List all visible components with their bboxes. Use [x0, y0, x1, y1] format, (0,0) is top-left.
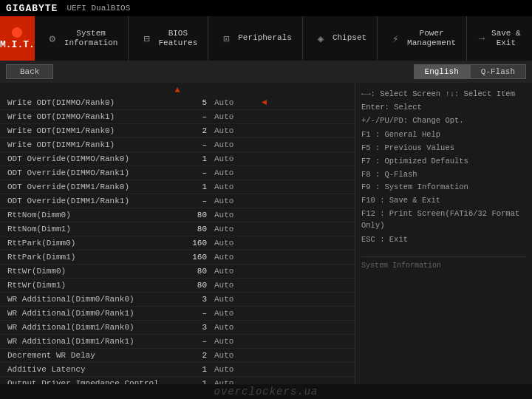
- setting-value: 1: [170, 183, 214, 191]
- main-area: ▲ Write ODT(DIMMO/Rank0)5Auto◄Write ODT(…: [0, 83, 532, 384]
- setting-name: ODT Override(DIMM1/Rank0): [7, 183, 170, 191]
- setting-value: 160: [170, 253, 214, 262]
- table-row[interactable]: RttNom(Dimm1)80Auto: [0, 222, 355, 236]
- nav-power-management-label: PowerManagement: [407, 29, 456, 48]
- help-f5-text: F5 : Previous Values: [361, 143, 454, 152]
- bios-features-icon: ⊟: [139, 31, 154, 46]
- setting-status: Auto: [214, 211, 259, 219]
- setting-name: WR Additional(Dimm0/Rank0): [7, 295, 170, 304]
- setting-value: 1: [170, 365, 214, 374]
- table-row[interactable]: WR Additional(Dimm1/Rank0)3Auto: [0, 321, 355, 335]
- system-info-icon: ⚙: [45, 31, 60, 46]
- nav-power-management[interactable]: ⚡ PowerManagement: [378, 16, 467, 61]
- setting-value: 2: [170, 351, 214, 360]
- mit-dot: [12, 27, 22, 38]
- table-row[interactable]: Write ODT(DIMMO/Rank0)5Auto◄: [0, 96, 355, 110]
- navbar: M.I.T. ⚙ SystemInformation ⊟ BIOSFeature…: [0, 16, 532, 61]
- setting-value: 80: [170, 211, 214, 219]
- overclockers-logo: overclockers.ua: [214, 386, 318, 398]
- setting-value: 80: [170, 281, 214, 290]
- nav-system-information[interactable]: ⚙ SystemInformation: [35, 16, 129, 61]
- back-button[interactable]: Back: [6, 64, 53, 79]
- setting-status: Auto: [214, 239, 259, 248]
- nav-peripherals-label: Peripherals: [238, 33, 292, 43]
- setting-name: ODT Override(DIMM1/Rank1): [7, 197, 170, 205]
- setting-name: RttNom(Dimm0): [7, 211, 170, 219]
- setting-status: Auto: [214, 183, 259, 191]
- setting-value: 3: [170, 295, 214, 304]
- settings-rows-container: Write ODT(DIMMO/Rank0)5Auto◄Write ODT(DI…: [0, 96, 355, 384]
- nav-bios-features[interactable]: ⊟ BIOSFeatures: [129, 16, 208, 61]
- table-row[interactable]: WR Additional(Dimm0/Rank0)3Auto: [0, 293, 355, 307]
- setting-status: Auto: [214, 337, 259, 346]
- help-f12-text: F12 : Print Screen(FAT16/32 Format Only): [361, 209, 519, 230]
- setting-value: 1: [170, 154, 214, 163]
- setting-name: Decrement WR Delay: [7, 351, 170, 360]
- nav-chipset[interactable]: ◈ Chipset: [303, 16, 378, 61]
- table-row[interactable]: Write ODT(DIMM1/Rank0)2Auto: [0, 124, 355, 138]
- table-row[interactable]: ODT Override(DIMMO/Rank1)–Auto: [0, 166, 355, 180]
- mit-label: M.I.T.: [0, 39, 35, 50]
- help-esc-text: ESC : Exit: [361, 235, 408, 244]
- table-row[interactable]: Decrement WR Delay2Auto: [0, 349, 355, 363]
- nav-bios-features-label: BIOSFeatures: [158, 29, 197, 48]
- table-row[interactable]: RttPark(Dimm0)160Auto: [0, 236, 355, 250]
- chipset-icon: ◈: [313, 31, 328, 46]
- qflash-button[interactable]: Q-Flash: [470, 64, 526, 79]
- setting-status: Auto: [214, 365, 259, 374]
- table-row[interactable]: RttNom(Dimm0)80Auto: [0, 208, 355, 222]
- setting-value: –: [170, 197, 214, 205]
- setting-value: –: [170, 337, 214, 346]
- help-change-text: +/-/PU/PD: Change Opt.: [361, 116, 464, 125]
- save-exit-button[interactable]: → Save & Exit: [467, 16, 532, 61]
- setting-name: Write ODT(DIMM1/Rank1): [7, 140, 170, 149]
- language-button[interactable]: English: [414, 64, 470, 79]
- table-row[interactable]: Additive Latency1Auto: [0, 363, 355, 377]
- setting-status: Auto: [214, 225, 259, 233]
- help-f1: F1 : General Help: [361, 129, 526, 141]
- setting-name: RttNom(Dimm1): [7, 225, 170, 233]
- power-icon: ⚡: [388, 31, 403, 46]
- table-row[interactable]: RttPark(Dimm1)160Auto: [0, 250, 355, 265]
- scroll-arrow-up: ▲: [0, 84, 355, 96]
- uefi-label: UEFI DualBIOS: [66, 4, 130, 13]
- setting-name: RttPark(Dimm1): [7, 253, 170, 262]
- setting-status: Auto: [214, 253, 259, 262]
- setting-name: ODT Override(DIMMO/Rank0): [7, 154, 170, 163]
- help-enter-key: Enter: Select: [361, 103, 422, 112]
- settings-panel[interactable]: ▲ Write ODT(DIMMO/Rank0)5Auto◄Write ODT(…: [0, 83, 355, 384]
- setting-name: Write ODT(DIMMO/Rank0): [7, 98, 170, 107]
- help-esc: ESC : Exit: [361, 234, 526, 246]
- nav-peripherals[interactable]: ⊡ Peripherals: [208, 16, 303, 61]
- table-row[interactable]: ODT Override(DIMMO/Rank0)1Auto: [0, 152, 355, 166]
- setting-value: 1: [170, 379, 214, 384]
- gigabyte-logo: GIGABYTE: [6, 3, 58, 14]
- language-group: English Q-Flash: [414, 64, 526, 79]
- help-f9: F9 : System Information: [361, 182, 526, 194]
- setting-value: 3: [170, 323, 214, 332]
- mit-button[interactable]: M.I.T.: [0, 16, 35, 61]
- table-row[interactable]: Write ODT(DIMM1/Rank1)–Auto: [0, 138, 355, 152]
- help-nav: ←→: Select Screen ↑↓: Select Item: [361, 89, 526, 100]
- setting-status: Auto: [214, 267, 259, 276]
- help-f12: F12 : Print Screen(FAT16/32 Format Only): [361, 208, 526, 232]
- help-f10: F10 : Save & Exit: [361, 195, 526, 207]
- table-row[interactable]: WR Additional(Dimm1/Rank1)–Auto: [0, 335, 355, 349]
- help-f9-text: F9 : System Information: [361, 183, 468, 191]
- peripherals-icon: ⊡: [219, 31, 233, 46]
- setting-value: –: [170, 112, 214, 121]
- table-row[interactable]: WR Additional(Dimm0/Rank1)–Auto: [0, 307, 355, 321]
- scroll-indicator-icon: ◄: [262, 98, 267, 108]
- table-row[interactable]: RttWr(Dimm0)80Auto: [0, 265, 355, 279]
- table-row[interactable]: RttWr(Dimm1)80Auto: [0, 279, 355, 293]
- setting-status: Auto: [214, 168, 259, 177]
- setting-status: Auto: [214, 295, 259, 304]
- table-row[interactable]: ODT Override(DIMM1/Rank1)–Auto: [0, 194, 355, 208]
- table-row[interactable]: Output Driver Impedance Control1Auto: [0, 377, 355, 384]
- help-enter: Enter: Select: [361, 102, 526, 114]
- setting-name: Additive Latency: [7, 365, 170, 374]
- table-row[interactable]: ODT Override(DIMM1/Rank0)1Auto: [0, 180, 355, 194]
- table-row[interactable]: Write ODT(DIMMO/Rank1)–Auto: [0, 110, 355, 124]
- setting-name: RttWr(Dimm1): [7, 281, 170, 290]
- help-panel: ←→: Select Screen ↑↓: Select Item Enter:…: [355, 83, 532, 384]
